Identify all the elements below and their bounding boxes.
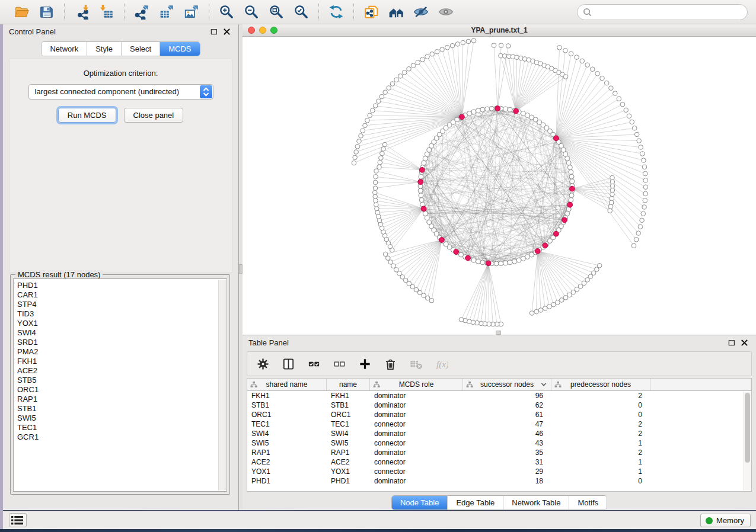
- network-node[interactable]: [379, 156, 384, 161]
- network-node[interactable]: [638, 225, 643, 229]
- dominator-node[interactable]: [535, 249, 540, 254]
- column-header-shared-name[interactable]: shared name: [247, 379, 327, 390]
- tab-node-table[interactable]: Node Table: [392, 496, 448, 509]
- network-node[interactable]: [373, 180, 378, 185]
- network-node[interactable]: [610, 196, 614, 201]
- network-node[interactable]: [551, 302, 556, 307]
- network-node[interactable]: [610, 188, 615, 193]
- dominator-node[interactable]: [495, 106, 500, 111]
- result-list-item[interactable]: RAP1: [17, 395, 227, 404]
- network-node[interactable]: [354, 150, 359, 155]
- network-node[interactable]: [543, 306, 548, 311]
- network-node[interactable]: [642, 165, 647, 169]
- network-node[interactable]: [353, 155, 358, 160]
- network-node[interactable]: [569, 198, 573, 203]
- network-canvas[interactable]: [243, 37, 756, 334]
- network-node[interactable]: [565, 156, 570, 161]
- table-row[interactable]: TEC1TEC1connector472: [247, 419, 744, 429]
- network-node[interactable]: [423, 211, 428, 216]
- run-mcds-button[interactable]: Run MCDS: [58, 108, 116, 123]
- network-node[interactable]: [642, 158, 646, 163]
- table-scrollbar[interactable]: [744, 392, 751, 491]
- network-node[interactable]: [489, 106, 494, 111]
- network-node[interactable]: [383, 90, 388, 95]
- save-session-button[interactable]: [38, 3, 56, 21]
- network-node[interactable]: [604, 81, 609, 85]
- network-node[interactable]: [403, 70, 407, 75]
- network-node[interactable]: [480, 107, 485, 112]
- network-node[interactable]: [620, 102, 625, 107]
- result-list-item[interactable]: TEC1: [17, 423, 227, 432]
- network-node[interactable]: [416, 60, 420, 65]
- network-node[interactable]: [387, 86, 391, 91]
- result-list-item[interactable]: YOX1: [17, 319, 227, 328]
- network-node[interactable]: [585, 63, 590, 68]
- network-node[interactable]: [640, 152, 645, 156]
- tab-style[interactable]: Style: [87, 42, 121, 56]
- network-node[interactable]: [383, 252, 388, 257]
- result-list-item[interactable]: SWI5: [17, 414, 227, 423]
- network-node[interactable]: [642, 205, 647, 210]
- dominator-node[interactable]: [554, 231, 559, 236]
- network-node[interactable]: [374, 174, 378, 179]
- network-node[interactable]: [569, 169, 573, 174]
- network-node[interactable]: [608, 204, 613, 209]
- float-panel-icon[interactable]: [209, 27, 219, 37]
- tab-select[interactable]: Select: [121, 42, 160, 56]
- tab-motifs[interactable]: Motifs: [569, 496, 607, 509]
- network-node[interactable]: [515, 55, 519, 60]
- export-table-button[interactable]: [158, 3, 176, 21]
- float-panel-icon[interactable]: [726, 338, 737, 348]
- network-node[interactable]: [485, 107, 490, 111]
- network-node[interactable]: [627, 114, 631, 118]
- network-node[interactable]: [508, 107, 512, 112]
- zoom-out-button[interactable]: [243, 3, 260, 21]
- network-node[interactable]: [363, 123, 368, 128]
- network-node[interactable]: [538, 308, 543, 313]
- dominator-node[interactable]: [421, 206, 426, 211]
- network-node[interactable]: [391, 264, 396, 268]
- network-node[interactable]: [610, 175, 615, 180]
- network-node[interactable]: [643, 185, 648, 190]
- network-node[interactable]: [512, 259, 517, 264]
- network-node[interactable]: [388, 260, 393, 265]
- network-node[interactable]: [380, 151, 385, 156]
- network-node[interactable]: [390, 82, 395, 86]
- dominator-node[interactable]: [570, 186, 575, 191]
- network-node[interactable]: [476, 108, 480, 113]
- network-node[interactable]: [610, 184, 615, 188]
- network-node[interactable]: [430, 52, 435, 57]
- horizontal-splitter-grip[interactable]: [496, 331, 501, 335]
- result-list-item[interactable]: GCR1: [17, 432, 227, 442]
- network-node[interactable]: [613, 91, 618, 96]
- export-network-button[interactable]: [133, 3, 151, 21]
- show-columns-button[interactable]: [281, 356, 296, 371]
- table-row[interactable]: ACE2ACE2connector311: [247, 457, 744, 467]
- window-minimize-icon[interactable]: [259, 27, 266, 34]
- network-node[interactable]: [425, 55, 430, 59]
- result-list-item[interactable]: FKH1: [17, 357, 227, 366]
- export-image-button[interactable]: [183, 3, 200, 21]
- network-node[interactable]: [419, 198, 424, 203]
- delete-columns-button[interactable]: [383, 356, 398, 371]
- result-list-item[interactable]: CAR1: [17, 290, 227, 300]
- network-node[interactable]: [407, 67, 412, 72]
- network-node[interactable]: [373, 104, 378, 108]
- dominator-node[interactable]: [418, 180, 423, 185]
- result-list-item[interactable]: ORC1: [17, 385, 227, 395]
- table-mode-gear-button[interactable]: [256, 356, 271, 371]
- network-node[interactable]: [422, 161, 426, 165]
- network-node[interactable]: [641, 211, 646, 216]
- network-node[interactable]: [359, 134, 363, 139]
- network-node[interactable]: [499, 43, 503, 48]
- network-node[interactable]: [575, 55, 579, 60]
- network-node[interactable]: [394, 268, 399, 273]
- network-node[interactable]: [557, 46, 562, 50]
- window-zoom-icon[interactable]: [270, 27, 277, 34]
- network-node[interactable]: [355, 145, 360, 149]
- network-node[interactable]: [630, 120, 634, 124]
- network-node[interactable]: [516, 258, 521, 262]
- table-row[interactable]: RAP1RAP1dominator352: [247, 448, 744, 457]
- network-node[interactable]: [636, 231, 641, 236]
- network-node[interactable]: [567, 165, 572, 170]
